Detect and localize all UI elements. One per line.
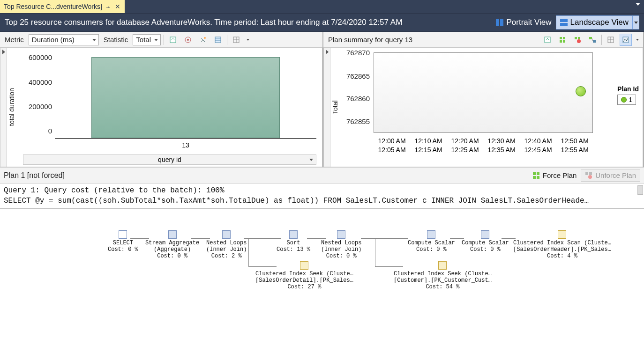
landscape-label: Landscape View bbox=[570, 18, 629, 27]
legend-title: Plan Id bbox=[617, 85, 639, 93]
svg-rect-19 bbox=[593, 40, 596, 43]
op-compute-scalar-2[interactable]: Compute ScalarCost: 0 % bbox=[462, 230, 509, 253]
plan-summary-title: Plan summary for query 13 bbox=[326, 36, 539, 44]
bar-plot[interactable] bbox=[55, 57, 316, 139]
compute-scalar-icon bbox=[427, 230, 435, 239]
op-nested-loops-2[interactable]: Nested Loops(Inner Join)Cost: 0 % bbox=[321, 230, 361, 259]
svg-rect-24 bbox=[533, 172, 536, 175]
svg-rect-12 bbox=[563, 37, 565, 39]
svg-rect-26 bbox=[533, 176, 536, 179]
plan-bar: Plan 1 [not forced] Force Plan Unforce P… bbox=[0, 168, 644, 184]
landscape-icon bbox=[560, 19, 568, 26]
metric-label: Metric bbox=[3, 36, 26, 44]
y-axis-label: total duration bbox=[7, 48, 16, 167]
portrait-icon bbox=[496, 19, 503, 26]
left-pane: Metric Duration (ms) Statistic Total tot… bbox=[0, 32, 323, 167]
summary-text: Top 25 resource consumers for database A… bbox=[5, 18, 402, 27]
statistic-label: Statistic bbox=[102, 36, 130, 44]
unforce-plan-button: Unforce Plan bbox=[581, 169, 640, 182]
sort-icon bbox=[289, 230, 298, 239]
query-13-bar[interactable] bbox=[91, 57, 280, 138]
title-bar: Top Resource C...dventureWorks] ⫠ ✕ bbox=[0, 0, 644, 13]
op-clustered-index-scan[interactable]: Clustered Index Scan (Cluste…[SalesOrder… bbox=[513, 230, 611, 259]
tab-title: Top Resource C...dventureWorks] bbox=[4, 3, 102, 10]
svg-rect-15 bbox=[575, 37, 577, 39]
collapse-left-handle[interactable] bbox=[0, 48, 7, 167]
x-tick-label: 13 bbox=[55, 141, 316, 149]
sql-text[interactable]: Query 1: Query cost (relative to the bat… bbox=[0, 184, 644, 209]
sql-line-2: SELECT @y = sum(cast((soh.SubTotal*soh.T… bbox=[4, 196, 640, 206]
y-axis-ticks: 0 200000 400000 600000 bbox=[20, 57, 52, 139]
right-overflow[interactable] bbox=[635, 34, 640, 46]
op-nested-loops-1[interactable]: Nested Loops(Inner Join)Cost: 2 % bbox=[206, 230, 247, 259]
pin-icon[interactable]: ⫠ bbox=[105, 3, 112, 10]
svg-rect-4 bbox=[215, 37, 221, 43]
portrait-view-button[interactable]: Portrait View bbox=[492, 15, 555, 29]
grid2-icon[interactable] bbox=[605, 34, 617, 46]
summary-bar: Top 25 resource consumers for database A… bbox=[0, 13, 644, 32]
op-sort[interactable]: SortCost: 13 % bbox=[277, 230, 310, 253]
nested-loops-icon bbox=[337, 230, 345, 239]
window-menu-dropdown[interactable] bbox=[636, 3, 640, 6]
x-axis-selector[interactable]: query id bbox=[23, 154, 316, 165]
index-seek-icon bbox=[438, 261, 447, 270]
op-compute-scalar-1[interactable]: Compute ScalarCost: 0 % bbox=[408, 230, 455, 253]
svg-rect-0 bbox=[170, 37, 176, 43]
close-icon[interactable]: ✕ bbox=[114, 3, 121, 10]
svg-rect-13 bbox=[560, 40, 562, 43]
index-seek-icon bbox=[300, 261, 308, 270]
plan-legend: Plan Id 1 bbox=[617, 85, 639, 105]
collapse-right-handle[interactable] bbox=[324, 48, 330, 167]
target-icon[interactable] bbox=[182, 34, 194, 46]
svg-point-3 bbox=[204, 37, 206, 39]
svg-rect-18 bbox=[589, 37, 592, 39]
compute-scalar-icon bbox=[481, 230, 489, 239]
right-toolbar: Plan summary for query 13 bbox=[323, 32, 643, 48]
statistic-combo[interactable]: Total bbox=[133, 34, 161, 45]
sql-scroll-thumb[interactable] bbox=[637, 185, 643, 195]
op-seek-customer[interactable]: Clustered Index Seek (Cluste…[Customer].… bbox=[394, 261, 492, 290]
svg-rect-28 bbox=[585, 172, 588, 175]
refresh2-icon[interactable] bbox=[541, 34, 554, 46]
svg-rect-11 bbox=[560, 37, 562, 39]
plan-summary-chart: Total 762870 762865 762860 762855 12:00 … bbox=[323, 48, 643, 167]
plan-1-point[interactable] bbox=[576, 86, 586, 96]
scatter-plot[interactable] bbox=[374, 52, 593, 133]
svg-rect-16 bbox=[578, 37, 580, 39]
aggregate-icon bbox=[168, 230, 177, 239]
op-select[interactable]: SELECTCost: 0 % bbox=[108, 230, 138, 253]
unforce-icon[interactable] bbox=[571, 34, 584, 46]
svg-rect-25 bbox=[537, 172, 539, 175]
nested-loops-icon bbox=[222, 230, 231, 239]
svg-point-17 bbox=[577, 39, 581, 43]
x-axis-ticks-right: 12:00 AM12:10 AM12:20 AM 12:30 AM12:40 A… bbox=[374, 137, 593, 154]
right-pane: Plan summary for query 13 Total 762870 7… bbox=[323, 32, 644, 167]
legend-swatch-icon bbox=[621, 97, 627, 103]
landscape-view-button[interactable]: Landscape View bbox=[556, 15, 633, 29]
op-stream-aggregate[interactable]: Stream Aggregate(Aggregate)Cost: 0 % bbox=[145, 230, 199, 259]
chart-mode-icon[interactable] bbox=[620, 34, 632, 46]
grid-icon[interactable] bbox=[230, 34, 242, 46]
svg-point-30 bbox=[588, 175, 592, 179]
y-axis-label-right: Total bbox=[330, 48, 340, 167]
metric-combo[interactable]: Duration (ms) bbox=[29, 34, 99, 45]
refresh-icon[interactable] bbox=[167, 34, 179, 46]
duration-chart: total duration 0 200000 400000 600000 13… bbox=[0, 48, 322, 167]
y-axis-ticks-right: 762870 762865 762860 762855 bbox=[344, 52, 370, 139]
compare-icon[interactable] bbox=[586, 34, 599, 46]
view-dropdown[interactable] bbox=[633, 15, 639, 29]
op-seek-order-detail[interactable]: Clustered Index Seek (Cluste…[SalesOrder… bbox=[255, 261, 353, 290]
index-scan-icon bbox=[558, 230, 566, 239]
document-tab[interactable]: Top Resource C...dventureWorks] ⫠ ✕ bbox=[0, 0, 125, 13]
legend-item-1[interactable]: 1 bbox=[617, 95, 636, 105]
force-plan-button[interactable]: Force Plan bbox=[528, 169, 581, 182]
execution-plan[interactable]: SELECTCost: 0 % Stream Aggregate(Aggrega… bbox=[0, 209, 644, 340]
select-icon bbox=[119, 230, 127, 239]
svg-rect-29 bbox=[589, 172, 592, 175]
force-icon[interactable] bbox=[556, 34, 569, 46]
track-query-icon[interactable] bbox=[197, 34, 209, 46]
svg-point-2 bbox=[187, 39, 189, 41]
left-overflow[interactable] bbox=[245, 34, 251, 46]
detail-grid-icon[interactable] bbox=[212, 34, 224, 46]
plan-title: Plan 1 [not forced] bbox=[4, 171, 65, 180]
